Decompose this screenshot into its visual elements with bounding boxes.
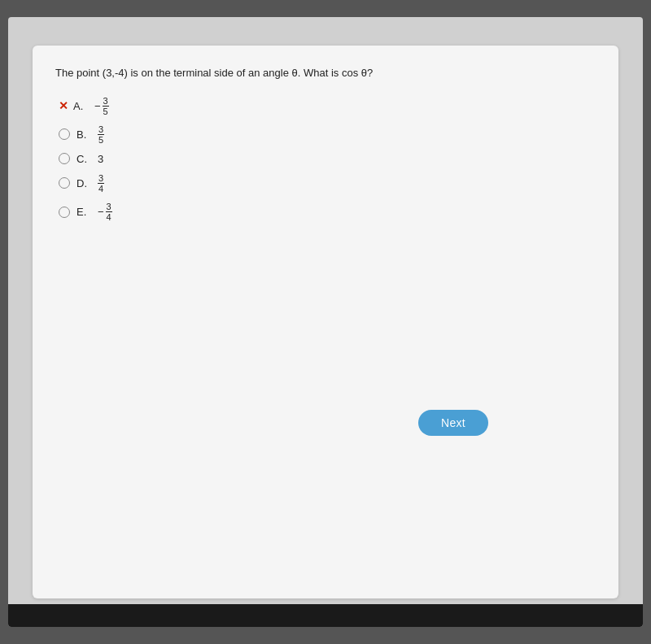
bottom-bar [8,604,643,627]
radio-d[interactable] [59,177,70,189]
option-label-b: B. [76,128,90,141]
negative-sign-a: − [94,100,101,112]
option-item-d[interactable]: D. 3 4 [59,173,596,194]
option-item-b[interactable]: B. 3 5 [59,124,596,145]
option-label-d: D. [76,177,90,189]
radio-b[interactable] [59,128,70,140]
fraction-d: 3 4 [98,173,104,194]
radio-e[interactable] [59,207,70,218]
fraction-b: 3 5 [98,124,104,145]
option-label-e: E. [76,206,90,218]
fraction-b-denominator: 5 [98,135,104,145]
option-value-c: 3 [98,153,103,165]
negative-sign-e: − [98,206,104,218]
fraction-b-numerator: 3 [98,124,104,135]
screen-container: The point (3,-4) is on the terminal side… [8,17,643,627]
fraction-a-denominator: 5 [103,107,109,116]
x-mark-icon: ✕ [59,99,68,112]
fraction-a-numerator: 3 [103,96,109,107]
fraction-d-numerator: 3 [98,173,104,184]
options-list: ✕ A. − 3 5 B. 3 5 C. 3 [59,96,596,223]
question-text: The point (3,-4) is on the terminal side… [55,65,596,81]
fraction-e-denominator: 4 [106,212,112,222]
option-label-c: C. [76,153,90,165]
fraction-e-numerator: 3 [106,202,112,212]
white-panel: The point (3,-4) is on the terminal side… [33,46,618,598]
option-label-a: A. [73,100,86,112]
option-item-c[interactable]: C. 3 [59,153,596,165]
option-item-e[interactable]: E. − 3 4 [59,202,596,222]
fraction-a: 3 5 [103,96,109,116]
fraction-d-denominator: 4 [98,184,104,194]
option-item-a[interactable]: ✕ A. − 3 5 [59,96,596,116]
next-button[interactable]: Next [418,410,488,436]
radio-c[interactable] [59,153,70,164]
fraction-e: 3 4 [106,202,112,222]
